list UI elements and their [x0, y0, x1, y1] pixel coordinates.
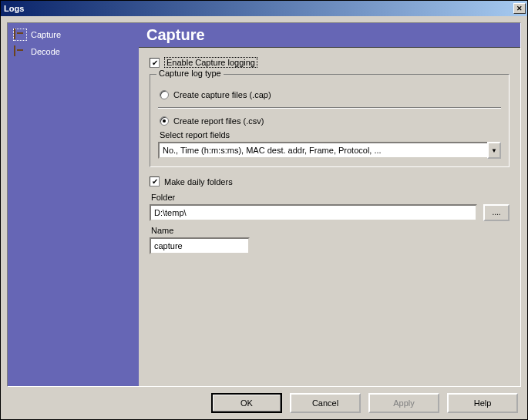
titlebar[interactable]: Logs ✕ [1, 1, 527, 16]
help-button[interactable]: Help [447, 393, 518, 413]
report-fields-value[interactable]: No., Time (h:m:s:ms), MAC dest. addr, Fr… [158, 142, 487, 159]
sidebar-item-capture[interactable]: Capture [11, 28, 136, 42]
name-label: Name [151, 226, 510, 235]
enable-logging-row[interactable]: ✔ Enable Capture logging [150, 57, 510, 68]
sidebar-item-label: Capture [31, 30, 61, 39]
sidebar-item-decode[interactable]: Decode [11, 45, 136, 59]
button-row: OK Cancel Apply Help [7, 387, 521, 413]
cap-radio-row[interactable]: Create capture files (.cap) [160, 90, 501, 99]
csv-radio-label: Create report files (.csv) [173, 116, 264, 126]
cancel-button[interactable]: Cancel [290, 393, 361, 413]
logs-window: Logs ✕ Capture Decode Capture ✔ [0, 0, 528, 420]
csv-radio[interactable] [160, 116, 169, 126]
folder-input[interactable]: D:\temp\ [150, 204, 477, 221]
daily-folders-label: Make daily folders [164, 177, 233, 186]
sidebar-item-label: Decode [31, 47, 60, 56]
select-fields-label: Select report fields [160, 130, 501, 139]
box-icon [14, 29, 26, 40]
apply-button: Apply [368, 393, 439, 413]
name-input[interactable]: capture [150, 237, 250, 254]
sidebar: Capture Decode [8, 23, 139, 386]
folder-label: Folder [151, 193, 510, 202]
page-title: Capture [139, 23, 520, 48]
browse-button[interactable]: .... [483, 204, 510, 221]
divider [158, 107, 501, 109]
daily-folders-checkbox[interactable]: ✔ [150, 176, 160, 186]
csv-radio-row[interactable]: Create report files (.csv) [160, 116, 501, 126]
cap-radio-label: Create capture files (.cap) [173, 90, 271, 99]
group-legend: Capture log type [156, 69, 224, 78]
enable-logging-checkbox[interactable]: ✔ [150, 58, 160, 68]
chevron-down-icon[interactable]: ▼ [487, 142, 501, 159]
close-icon[interactable]: ✕ [513, 3, 526, 14]
enable-logging-label: Enable Capture logging [164, 57, 257, 68]
daily-folders-row[interactable]: ✔ Make daily folders [150, 176, 510, 186]
cap-radio[interactable] [160, 90, 169, 99]
content-panel: Capture ✔ Enable Capture logging Capture… [139, 23, 520, 386]
report-fields-combo[interactable]: No., Time (h:m:s:ms), MAC dest. addr, Fr… [158, 142, 501, 159]
capture-log-type-group: Capture log type Create capture files (.… [150, 74, 510, 167]
box-icon [14, 46, 26, 57]
main-row: Capture Decode Capture ✔ Enable Capture … [7, 22, 521, 387]
window-title: Logs [4, 4, 513, 13]
ok-button[interactable]: OK [211, 393, 282, 413]
content-body: ✔ Enable Capture logging Capture log typ… [139, 48, 520, 386]
client-area: Capture Decode Capture ✔ Enable Capture … [1, 16, 527, 419]
folder-row: D:\temp\ .... [150, 204, 510, 221]
